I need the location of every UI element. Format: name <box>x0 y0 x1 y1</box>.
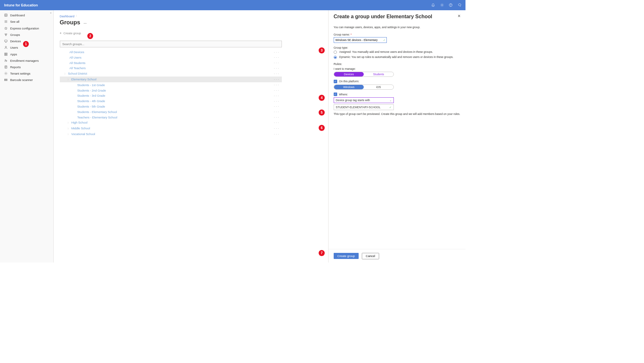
group-label: Middle School <box>71 126 90 130</box>
group-row[interactable]: 〉Elementary School· · · <box>60 77 282 82</box>
row-more-icon[interactable]: · · · <box>274 121 279 124</box>
row-more-icon[interactable]: · · · <box>274 133 279 136</box>
nav-icon <box>4 52 8 56</box>
group-row[interactable]: 〉Middle School· · · <box>60 125 282 131</box>
svg-rect-12 <box>6 54 7 55</box>
feedback-icon[interactable] <box>458 3 462 7</box>
sidebar-item-label: Tenant settings <box>10 72 30 75</box>
checkbox-icon[interactable]: ✓ <box>334 80 337 83</box>
chevron-right-icon[interactable]: 〉 <box>64 72 67 76</box>
group-label: All Students <box>69 61 85 65</box>
group-row[interactable]: Students - Elementary School· · · <box>60 109 282 115</box>
group-label: Vocational School <box>71 132 95 136</box>
row-more-icon[interactable]: · · · <box>274 56 279 59</box>
chevron-right-icon[interactable]: 〉 <box>68 121 70 125</box>
gear-icon[interactable] <box>440 3 444 7</box>
row-more-icon[interactable]: · · · <box>274 51 279 54</box>
sidebar-item-reports[interactable]: Reports <box>0 64 53 70</box>
row-more-icon[interactable]: · · · <box>274 127 279 130</box>
chevron-right-icon[interactable]: 〉 <box>68 133 70 136</box>
group-row[interactable]: All Teachers· · · <box>60 66 282 71</box>
row-more-icon[interactable]: · · · <box>274 67 279 70</box>
breadcrumb[interactable]: Dashboard 〉 <box>60 14 322 18</box>
platform-toggle[interactable]: Windows iOS <box>334 85 394 90</box>
chevron-down-icon: ⌄ <box>390 99 392 102</box>
group-label: All Users <box>69 56 82 59</box>
group-row[interactable]: All Devices· · · <box>60 49 282 55</box>
group-row[interactable]: Students - 1st Grade· · · <box>60 82 282 88</box>
sidebar-item-see-all[interactable]: See all <box>0 19 53 25</box>
group-row[interactable]: Students - 2nd Grade· · · <box>60 88 282 93</box>
sidebar-item-apps[interactable]: Apps <box>0 51 53 57</box>
group-row[interactable]: All Users· · · <box>60 55 282 60</box>
group-row[interactable]: 〉School District· · · <box>60 71 282 77</box>
close-icon[interactable]: ✕ <box>457 14 461 18</box>
group-label: Students - 4th Grade <box>77 99 105 103</box>
group-label: All Teachers <box>69 66 86 70</box>
manage-students-option[interactable]: Students <box>364 72 394 77</box>
sidebar-item-barcode-scanner[interactable]: Barcode scanner <box>0 77 53 83</box>
breadcrumb-root[interactable]: Dashboard <box>60 14 75 18</box>
checkmark-icon: ✓ <box>383 38 386 41</box>
page-title: Groups <box>60 19 80 26</box>
row-more-icon[interactable]: · · · <box>274 89 279 92</box>
sidebar-item-tenant-settings[interactable]: Tenant settings <box>0 70 53 77</box>
group-label: Students - Elementary School <box>77 110 117 114</box>
sidebar-item-label: Groups <box>10 33 20 36</box>
nav-icon <box>4 39 8 43</box>
sidebar-item-express-configuration[interactable]: Express configuration <box>0 25 53 31</box>
row-more-icon[interactable]: · · · <box>274 83 279 86</box>
where-condition-select[interactable]: Device group tag starts with ⌄ <box>334 97 394 103</box>
page-more-icon[interactable]: … <box>83 21 87 24</box>
row-more-icon[interactable]: · · · <box>274 78 279 81</box>
sidebar-item-label: Apps <box>10 52 17 56</box>
group-row[interactable]: All Students· · · <box>60 60 282 66</box>
chevron-right-icon[interactable]: 〉 <box>68 78 70 81</box>
create-group-button[interactable]: + Create group <box>60 31 322 35</box>
platform-ios-option[interactable]: iOS <box>364 85 394 89</box>
sidebar-item-dashboard[interactable]: Dashboard <box>0 12 53 19</box>
radio-dynamic[interactable]: Dynamic: You set up rules to automatical… <box>334 55 461 59</box>
group-row[interactable]: 〉Vocational School· · · <box>60 131 282 137</box>
row-more-icon[interactable]: · · · <box>274 61 279 64</box>
search-groups-input[interactable] <box>60 41 282 48</box>
top-bar: Intune for Education <box>0 0 465 10</box>
sidebar-collapse-icon[interactable]: « <box>50 12 52 14</box>
create-group-submit-button[interactable]: Create group <box>334 253 359 259</box>
cancel-button[interactable]: Cancel <box>362 253 379 259</box>
radio-assigned[interactable]: Assigned: You manually add and remove us… <box>334 50 461 54</box>
row-more-icon[interactable]: · · · <box>274 105 279 108</box>
nav-icon <box>4 59 8 62</box>
sidebar-item-enrollment-managers[interactable]: Enrollment managers <box>0 57 53 64</box>
row-more-icon[interactable]: · · · <box>274 116 279 119</box>
svg-point-6 <box>5 35 6 36</box>
group-row[interactable]: Teachers - Elementary School· · · <box>60 115 282 120</box>
notifications-icon[interactable] <box>431 3 435 7</box>
row-more-icon[interactable]: · · · <box>274 94 279 97</box>
chevron-right-icon: 〉 <box>76 14 78 18</box>
group-label: High School <box>71 121 88 124</box>
row-more-icon[interactable]: · · · <box>274 72 279 75</box>
radio-icon <box>334 56 337 59</box>
sidebar: « DashboardSee allExpress configurationG… <box>0 10 54 262</box>
sidebar-item-label: Devices <box>10 39 21 43</box>
help-icon[interactable] <box>449 3 453 7</box>
sidebar-item-groups[interactable]: Groups <box>0 31 53 38</box>
group-row[interactable]: Students - 4th Grade· · · <box>60 98 282 104</box>
manage-devices-option[interactable]: Devices <box>334 72 364 77</box>
group-row[interactable]: 〉High School· · · <box>60 120 282 125</box>
chevron-right-icon[interactable]: 〉 <box>68 127 70 130</box>
row-more-icon[interactable]: · · · <box>274 100 279 103</box>
group-row[interactable]: Students - 5th Grade· · · <box>60 104 282 109</box>
group-name-input[interactable] <box>334 37 387 43</box>
row-more-icon[interactable]: · · · <box>274 110 279 113</box>
where-condition-value: Device group tag starts with <box>336 99 370 102</box>
svg-point-0 <box>441 4 442 5</box>
platform-windows-option[interactable]: Windows <box>334 85 364 89</box>
group-row[interactable]: Students - 3rd Grade· · · <box>60 93 282 98</box>
callout-1: 1 <box>23 41 29 47</box>
create-group-panel: Create a group under Elementary School ✕… <box>328 10 465 262</box>
checkbox-icon[interactable]: ✓ <box>334 93 337 96</box>
where-value-input[interactable]: STUDENT-ELEMENTARY-SCHOOL ✓ <box>334 104 394 110</box>
manage-toggle[interactable]: Devices Students <box>334 72 394 77</box>
